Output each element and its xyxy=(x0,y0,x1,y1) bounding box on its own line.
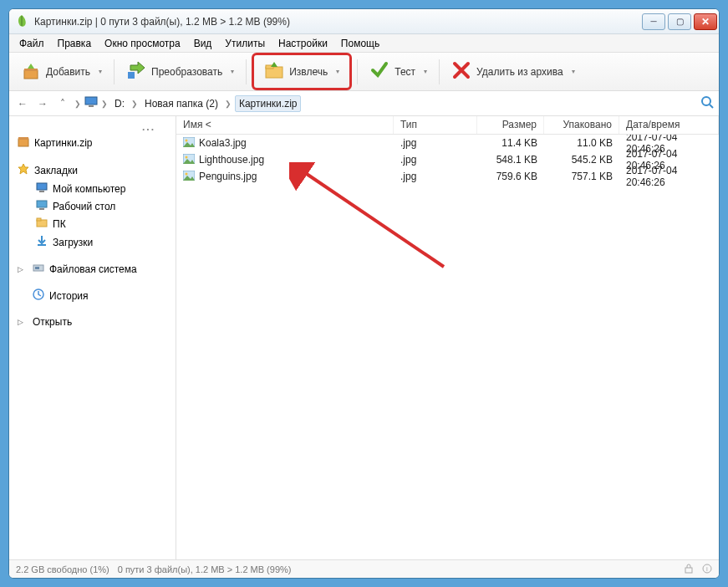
image-file-icon xyxy=(183,137,195,150)
svg-rect-14 xyxy=(39,208,44,210)
sidebar-item-pc[interactable]: ПК xyxy=(13,215,172,232)
svg-text:i: i xyxy=(706,565,708,573)
minimize-button[interactable]: ─ xyxy=(642,13,665,30)
svg-line-8 xyxy=(710,105,713,108)
sidebar-item-downloads[interactable]: Загрузки xyxy=(13,232,172,252)
menu-help[interactable]: Помощь xyxy=(334,36,386,51)
menubar: Файл Правка Окно просмотра Вид Утилиты Н… xyxy=(9,34,719,53)
star-icon xyxy=(18,163,29,177)
menu-view[interactable]: Вид xyxy=(187,36,219,51)
sidebar-item-desktop[interactable]: Рабочий стол xyxy=(13,197,172,215)
box-icon xyxy=(18,135,29,150)
chevron-right-icon: ❯ xyxy=(131,100,138,108)
svg-rect-9 xyxy=(18,139,28,146)
folder-icon xyxy=(36,217,48,230)
svg-rect-5 xyxy=(85,97,97,105)
delete-button[interactable]: Удалить из архива ▾ xyxy=(445,57,582,86)
extract-highlight: Извлечь ▾ xyxy=(252,53,352,90)
address-bar: ← → ˄ ❯ ❯ D: ❯ Новая папка (2) ❯ Картинк… xyxy=(9,91,719,116)
col-date[interactable]: Дата/время xyxy=(619,116,719,134)
close-button[interactable]: ✕ xyxy=(694,13,717,30)
breadcrumb-drive[interactable]: D: xyxy=(111,96,128,111)
info-icon: i xyxy=(702,564,712,575)
test-button[interactable]: Тест ▾ xyxy=(363,57,434,86)
image-file-icon xyxy=(183,154,195,166)
box-up-icon xyxy=(21,60,41,83)
chevron-right-icon: ❯ xyxy=(101,100,108,108)
app-window: Картинки.zip | 0 пути 3 файл(ы), 1.2 MB … xyxy=(8,8,720,579)
svg-point-26 xyxy=(186,172,188,175)
sidebar-open[interactable]: ▷ Открыть xyxy=(13,314,172,330)
status-info: 0 пути 3 файл(ы), 1.2 MB > 1.2 MB (99%) xyxy=(118,564,292,574)
chevron-right-icon: ❯ xyxy=(225,100,232,108)
toolbar: Добавить ▾ Преобразовать ▾ Извлечь ▾ Тес… xyxy=(9,53,719,91)
sidebar-more[interactable]: ... xyxy=(13,121,172,133)
titlebar: Картинки.zip | 0 пути 3 файл(ы), 1.2 MB … xyxy=(9,9,719,34)
svg-rect-19 xyxy=(35,267,39,269)
extract-button[interactable]: Извлечь ▾ xyxy=(257,57,346,86)
menu-view-window[interactable]: Окно просмотра xyxy=(98,36,187,51)
sidebar-item-my-computer[interactable]: Мой компьютер xyxy=(13,180,172,197)
separator xyxy=(439,59,440,84)
convert-icon xyxy=(126,60,146,83)
sidebar-bookmarks[interactable]: Закладки xyxy=(13,161,172,180)
add-button[interactable]: Добавить ▾ xyxy=(14,57,109,86)
delete-x-icon xyxy=(451,60,471,83)
up-button[interactable]: ˄ xyxy=(54,95,71,112)
svg-rect-13 xyxy=(37,201,47,207)
svg-rect-10 xyxy=(18,137,28,140)
col-packed[interactable]: Упаковано xyxy=(544,116,619,134)
chevron-down-icon: ▾ xyxy=(336,68,339,75)
desktop-icon xyxy=(36,200,48,212)
svg-rect-11 xyxy=(37,183,47,190)
status-right: i xyxy=(684,564,712,575)
file-rows: Koala3.jpg .jpg 11.4 KB 11.0 KB 2017-07-… xyxy=(176,135,719,559)
forward-button[interactable]: → xyxy=(34,95,51,112)
download-icon xyxy=(36,235,48,249)
chevron-down-icon: ▾ xyxy=(424,68,427,75)
content-area: ... Картинки.zip Закладки Мой компьютер … xyxy=(9,116,719,559)
chevron-down-icon: ▾ xyxy=(572,68,575,75)
folder-extract-icon xyxy=(264,60,284,83)
svg-rect-0 xyxy=(24,70,38,79)
svg-point-22 xyxy=(186,139,188,141)
svg-rect-12 xyxy=(39,191,44,192)
col-type[interactable]: Тип xyxy=(394,116,477,134)
svg-rect-28 xyxy=(685,568,692,573)
breadcrumb-folder[interactable]: Новая папка (2) xyxy=(141,96,221,111)
statusbar: 2.2 GB свободно (1%) 0 пути 3 файл(ы), 1… xyxy=(9,559,719,578)
breadcrumb-archive[interactable]: Картинки.zip xyxy=(235,95,302,112)
computer-icon xyxy=(36,182,48,195)
app-icon xyxy=(14,14,29,29)
col-size[interactable]: Размер xyxy=(477,116,544,134)
separator xyxy=(357,59,358,84)
menu-file[interactable]: Файл xyxy=(13,36,51,51)
status-free: 2.2 GB свободно (1%) xyxy=(16,564,109,574)
chevron-down-icon: ▾ xyxy=(231,68,234,75)
file-row[interactable]: Penguins.jpg .jpg 759.6 KB 757.1 KB 2017… xyxy=(176,168,719,185)
window-title: Картинки.zip | 0 пути 3 файл(ы), 1.2 MB … xyxy=(34,16,642,28)
menu-edit[interactable]: Правка xyxy=(51,36,99,51)
svg-point-7 xyxy=(702,97,710,105)
sidebar-filesystem[interactable]: ▷ Файловая система xyxy=(13,260,172,278)
drive-icon xyxy=(33,263,44,275)
file-list-panel: Имя < Тип Размер Упаковано Дата/время Ko… xyxy=(176,116,719,559)
svg-point-24 xyxy=(186,156,188,158)
sidebar-archive[interactable]: Картинки.zip xyxy=(13,133,172,152)
convert-button[interactable]: Преобразовать ▾ xyxy=(120,57,241,86)
clock-icon xyxy=(33,288,44,303)
sidebar-history[interactable]: История xyxy=(13,286,172,305)
svg-rect-6 xyxy=(89,105,94,107)
maximize-button[interactable]: ▢ xyxy=(668,13,691,30)
back-button[interactable]: ← xyxy=(14,95,31,112)
search-button[interactable] xyxy=(700,95,714,111)
separator xyxy=(114,59,115,84)
menu-settings[interactable]: Настройки xyxy=(272,36,334,51)
chevron-down-icon: ▾ xyxy=(99,68,102,75)
menu-utils[interactable]: Утилиты xyxy=(218,36,272,51)
col-name[interactable]: Имя < xyxy=(176,116,394,134)
svg-rect-1 xyxy=(24,69,38,71)
chevron-right-icon: ❯ xyxy=(74,100,81,108)
checkmark-icon xyxy=(369,60,389,83)
window-controls: ─ ▢ ✕ xyxy=(642,13,717,30)
